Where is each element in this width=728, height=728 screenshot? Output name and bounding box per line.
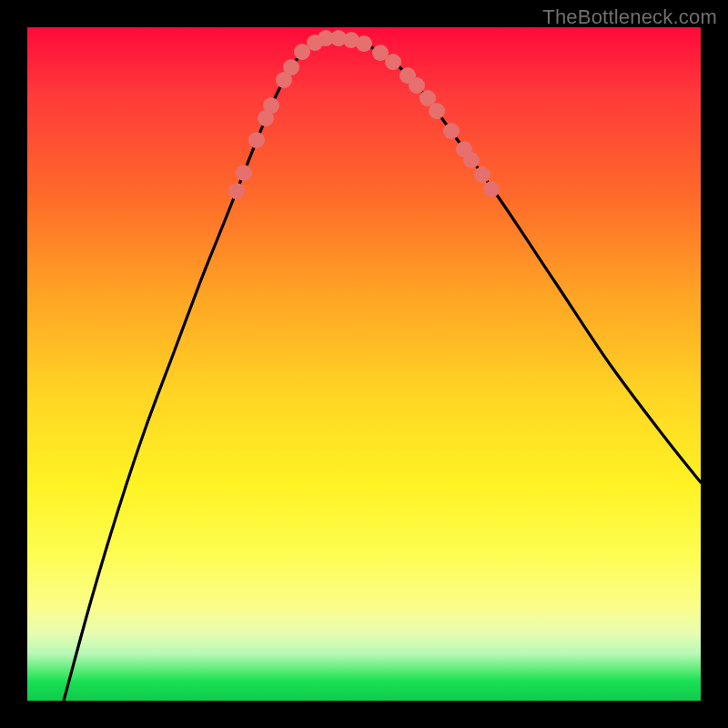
highlight-dot <box>228 183 245 199</box>
watermark-text: TheBottleneck.com <box>542 5 717 29</box>
highlight-dot <box>385 54 401 70</box>
highlight-dot <box>283 59 299 76</box>
highlight-dot <box>409 77 425 94</box>
highlight-dot <box>483 181 500 197</box>
highlight-dot <box>474 167 490 183</box>
highlight-dot <box>236 165 252 181</box>
highlight-dot <box>356 35 372 52</box>
bottleneck-curve <box>64 37 701 701</box>
highlight-dot <box>248 132 265 148</box>
highlight-dot <box>429 103 445 119</box>
chart-frame: TheBottleneck.com <box>0 0 728 728</box>
curve-svg <box>27 27 701 701</box>
highlight-dot <box>443 123 460 139</box>
highlight-dots <box>228 30 500 199</box>
highlight-dot <box>263 97 279 114</box>
plot-area <box>27 27 701 701</box>
highlight-dot <box>463 152 480 168</box>
